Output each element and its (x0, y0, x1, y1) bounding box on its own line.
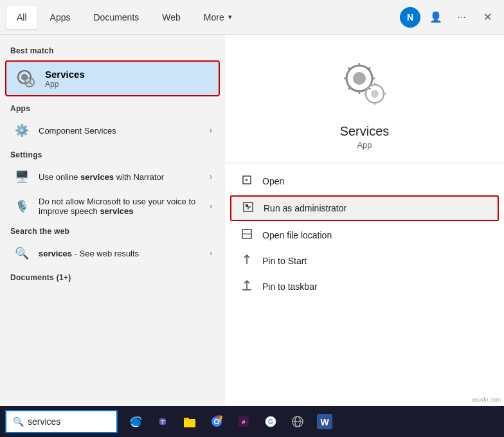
search-web-header: Search the web (0, 222, 225, 238)
right-panel: Services App Open Run as administrator (225, 35, 504, 406)
action-open[interactable]: Open (225, 168, 504, 194)
apps-section-header: Apps (0, 99, 225, 116)
main-layout: Best match Services App Apps (0, 35, 504, 406)
pin-to-start-icon (240, 254, 253, 267)
more-options-button[interactable]: ··· (451, 7, 472, 28)
tab-all[interactable]: All (6, 6, 37, 29)
more-label: More (204, 12, 224, 22)
taskbar-edge-icon[interactable] (123, 409, 148, 434)
pin-to-taskbar-label: Pin to taskbar (262, 281, 318, 292)
action-list: Open Run as administrator Open file loca… (225, 163, 504, 305)
run-as-admin-label: Run as administrator (264, 203, 346, 213)
best-match-text: Services App (45, 69, 85, 89)
right-app-info: Services App (225, 35, 504, 163)
close-button[interactable]: ✕ (477, 7, 498, 28)
speech-arrow-icon: › (210, 202, 212, 211)
tab-apps[interactable]: Apps (40, 6, 81, 29)
pin-to-start-label: Pin to Start (262, 256, 307, 266)
list-item-component-services[interactable]: ⚙️ Component Services › (3, 116, 222, 145)
web-search-arrow-icon: › (210, 249, 212, 258)
services-app-icon (14, 67, 37, 90)
taskbar-vpn-icon[interactable] (285, 409, 310, 434)
share-icon: 👤 (429, 11, 442, 23)
taskbar-icons: T # G W (123, 409, 338, 434)
best-match-subtitle: App (45, 80, 85, 89)
action-pin-to-taskbar[interactable]: Pin to taskbar (225, 274, 504, 299)
run-as-admin-icon (242, 202, 255, 215)
taskbar-explorer-icon[interactable] (177, 409, 203, 434)
taskbar-teams-icon[interactable]: T (150, 409, 176, 434)
open-file-location-icon (240, 229, 253, 242)
best-match-title: Services (45, 69, 85, 80)
open-label: Open (262, 176, 284, 186)
svg-line-16 (368, 67, 370, 69)
open-icon (240, 175, 253, 188)
svg-text:G: G (268, 418, 273, 425)
list-item-narrator[interactable]: 🖥️ Use online services with Narrator › (3, 163, 222, 191)
right-app-sub: App (357, 140, 372, 150)
taskbar-search-input[interactable] (28, 416, 105, 427)
component-services-arrow-icon: › (210, 126, 212, 135)
taskbar-google-icon[interactable]: G (258, 409, 284, 434)
avatar-letter: N (407, 12, 413, 22)
taskbar-search-box[interactable]: 🔍 (5, 410, 118, 433)
web-search-icon: 🔍 (13, 244, 31, 262)
documents-section-header: Documents (1+) (0, 268, 225, 285)
watermark: wsxdn.com (470, 396, 503, 404)
svg-line-17 (348, 87, 350, 89)
narrator-arrow-icon: › (210, 172, 212, 181)
nav-right-actions: N 👤 ··· ✕ (400, 7, 498, 28)
best-match-header: Best match (0, 41, 225, 58)
pin-to-taskbar-icon (240, 280, 253, 293)
more-chevron-icon: ▾ (228, 13, 232, 21)
tab-documents[interactable]: Documents (83, 6, 149, 29)
component-services-icon: ⚙️ (13, 121, 31, 139)
svg-point-39 (215, 420, 219, 424)
list-item-web-search[interactable]: 🔍 services - See web results › (3, 239, 222, 267)
action-open-file-location[interactable]: Open file location (225, 222, 504, 248)
tab-web[interactable]: Web (152, 6, 191, 29)
tab-more[interactable]: More ▾ (194, 6, 242, 29)
action-pin-to-start[interactable]: Pin to Start (225, 248, 504, 274)
speech-label: Do not allow Microsoft to use your voice… (39, 197, 202, 216)
share-icon-button[interactable]: 👤 (426, 7, 446, 28)
list-item-speech[interactable]: 🎙️ Do not allow Microsoft to use your vo… (3, 192, 222, 221)
narrator-icon: 🖥️ (13, 168, 31, 186)
right-services-icon (341, 60, 388, 116)
taskbar-slack-icon[interactable]: # (231, 409, 256, 434)
best-match-item-services[interactable]: Services App (5, 60, 220, 96)
svg-rect-36 (184, 418, 189, 420)
close-icon: ✕ (483, 11, 492, 23)
taskbar-search-icon: 🔍 (13, 416, 24, 427)
ellipsis-icon: ··· (457, 12, 465, 23)
svg-point-19 (371, 90, 379, 98)
narrator-label: Use online services with Narrator (39, 172, 202, 182)
open-file-location-label: Open file location (262, 230, 332, 240)
svg-text:#: # (242, 419, 245, 425)
speech-icon: 🎙️ (13, 197, 31, 215)
action-run-as-admin[interactable]: Run as administrator (230, 195, 499, 221)
component-services-label: Component Services (39, 126, 202, 136)
svg-text:T: T (161, 419, 165, 425)
web-search-label: services - See web results (39, 249, 202, 258)
left-panel: Best match Services App Apps (0, 35, 225, 406)
avatar-button[interactable]: N (400, 7, 420, 28)
svg-line-14 (348, 67, 350, 69)
svg-text:W: W (320, 417, 329, 427)
taskbar: 🔍 T # G W (0, 406, 504, 437)
top-nav: All Apps Documents Web More ▾ N 👤 ··· ✕ (0, 0, 504, 35)
svg-point-9 (353, 72, 366, 85)
right-app-name: Services (340, 124, 390, 139)
settings-section-header: Settings (0, 145, 225, 162)
taskbar-chrome-icon[interactable] (204, 409, 230, 434)
taskbar-word-icon[interactable]: W (312, 409, 338, 434)
